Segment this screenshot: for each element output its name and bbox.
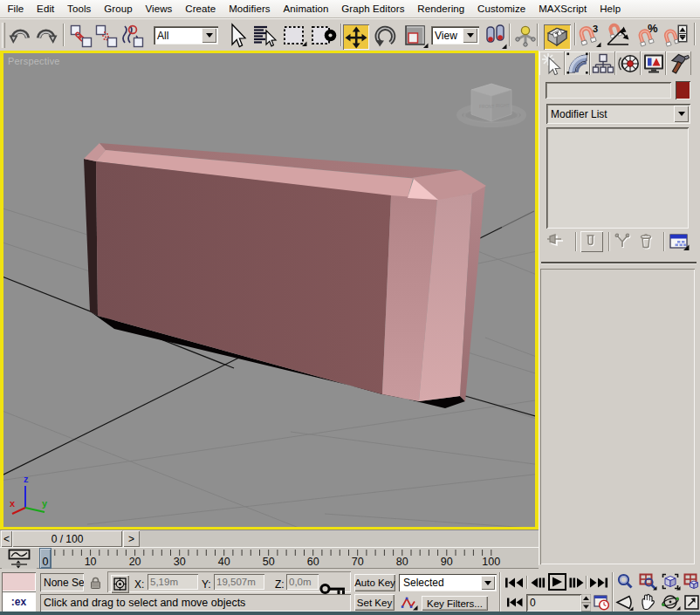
svg-text:3: 3: [593, 24, 598, 34]
tab-display[interactable]: [641, 51, 666, 75]
tab-utilities[interactable]: [666, 51, 691, 75]
menu-item[interactable]: Modifiers: [223, 1, 277, 17]
time-spinner[interactable]: [581, 594, 591, 612]
select-and-manipulate-button[interactable]: [515, 23, 536, 49]
y-coordinate-field[interactable]: 19,507m: [214, 574, 264, 590]
menu-item[interactable]: Animation: [277, 1, 335, 17]
viewport-perspective[interactable]: FRONT RIGHT z: [3, 53, 535, 527]
go-to-end-button[interactable]: [588, 575, 608, 590]
menu-item[interactable]: Rendering: [411, 1, 471, 17]
window-crossing-button[interactable]: [310, 24, 338, 48]
select-and-move-button[interactable]: [343, 24, 369, 50]
macro-recorder-pane[interactable]: [2, 572, 36, 591]
play-animation-button[interactable]: [548, 573, 566, 591]
current-time-field[interactable]: 0: [526, 594, 581, 612]
snaps-toggle-button[interactable]: 3: [575, 23, 601, 48]
menu-item[interactable]: Group: [98, 1, 139, 17]
selection-lock-toggle[interactable]: [89, 577, 102, 592]
key-filters-button[interactable]: Key Filters...: [422, 596, 488, 611]
menu-item[interactable]: MAXScript: [532, 1, 594, 17]
next-frame-button[interactable]: [568, 575, 585, 590]
time-configuration-button[interactable]: [594, 594, 610, 611]
selection-filter-arrow[interactable]: [202, 28, 216, 43]
menu-item[interactable]: Views: [139, 1, 179, 17]
select-and-link-button[interactable]: [68, 24, 93, 48]
rectangular-selection-region-button[interactable]: [281, 24, 307, 48]
time-slider-handle[interactable]: 0 / 100: [12, 530, 122, 547]
modifier-list-dropdown[interactable]: Modifier List: [546, 104, 690, 124]
make-unique-button[interactable]: [614, 232, 635, 251]
auto-key-button[interactable]: Auto Key: [354, 574, 395, 591]
field-of-view-button[interactable]: [615, 593, 634, 611]
selection-filter-dropdown[interactable]: All: [154, 26, 218, 44]
menu-item[interactable]: Create: [179, 1, 223, 17]
absolute-offset-mode-button[interactable]: [111, 575, 129, 593]
tab-create[interactable]: [539, 51, 565, 75]
track-bar-tick-label: 100: [482, 556, 500, 568]
bind-to-space-warp-button[interactable]: [120, 24, 144, 48]
arc-rotate-button[interactable]: [661, 593, 681, 611]
zoom-button[interactable]: [615, 573, 634, 591]
menu-item[interactable]: Help: [594, 1, 628, 17]
spinner-snap-toggle-button[interactable]: [662, 23, 689, 48]
undo-button[interactable]: [9, 24, 31, 46]
z-coordinate-field[interactable]: 0,0m: [286, 574, 319, 590]
create-tab-icon: [541, 52, 564, 75]
time-slider-track[interactable]: < 0 / 100 >: [0, 530, 539, 548]
reference-coordinate-system-dropdown[interactable]: View: [431, 26, 479, 44]
key-mode-toggle-button[interactable]: [504, 595, 524, 609]
keyboard-shortcut-override-button[interactable]: [544, 24, 571, 50]
pan-view-button[interactable]: [638, 593, 657, 611]
next-frame-icon: [569, 577, 584, 588]
menu-item[interactable]: Tools: [61, 1, 98, 17]
redo-button[interactable]: [35, 24, 58, 46]
menu-item[interactable]: File: [1, 1, 31, 17]
zoom-extents-all-button[interactable]: [683, 573, 700, 591]
reference-coordinate-system-arrow[interactable]: [463, 28, 477, 43]
current-frame-marker[interactable]: 0: [40, 549, 51, 568]
tab-hierarchy[interactable]: [590, 51, 615, 75]
configure-modifier-sets-button[interactable]: [668, 232, 690, 251]
time-slider-next-button[interactable]: >: [123, 530, 140, 547]
remove-modifier-button[interactable]: [636, 232, 657, 251]
play-icon: [552, 577, 563, 587]
object-name-field[interactable]: [546, 82, 671, 99]
angle-snap-toggle-button[interactable]: [605, 23, 631, 48]
key-mode-arrow[interactable]: [481, 576, 495, 590]
tab-modify[interactable]: [565, 51, 590, 75]
select-object-button[interactable]: [223, 23, 248, 49]
set-key-button[interactable]: Set Key: [354, 594, 395, 611]
utilities-tab-icon: [668, 52, 690, 75]
use-pivot-point-center-button[interactable]: [484, 24, 507, 50]
percent-snap-toggle-button[interactable]: %: [635, 23, 660, 48]
modifier-stack-list[interactable]: [546, 127, 689, 229]
toolbar-grip[interactable]: [2, 23, 5, 48]
show-end-result-button[interactable]: [580, 231, 603, 252]
time-slider-prev-button[interactable]: <: [1, 530, 12, 547]
object-color-swatch[interactable]: [676, 81, 690, 99]
zoom-extents-button[interactable]: [661, 573, 681, 591]
zoom-all-button[interactable]: [638, 573, 657, 591]
modifier-list-arrow[interactable]: [674, 106, 689, 122]
menu-item[interactable]: Graph Editors: [335, 1, 411, 17]
select-and-rotate-button[interactable]: [373, 24, 399, 49]
x-coordinate-label: X:: [134, 578, 144, 591]
go-to-start-button[interactable]: [504, 575, 525, 590]
min-max-toggle-button[interactable]: [683, 593, 700, 611]
menu-item[interactable]: Edit: [31, 1, 61, 17]
open-mini-curve-editor-button[interactable]: [2, 549, 37, 569]
track-bar[interactable]: 102030405060708090100 0: [0, 548, 539, 569]
viewport-label[interactable]: Perspective: [8, 56, 60, 66]
tab-motion[interactable]: [615, 51, 641, 75]
select-by-name-button[interactable]: [251, 24, 278, 48]
x-coordinate-field[interactable]: 5,19m: [148, 574, 198, 590]
menu-item[interactable]: Customize: [471, 1, 532, 17]
default-tangent-button[interactable]: [400, 594, 418, 611]
previous-frame-button[interactable]: [530, 575, 546, 590]
key-mode-dropdown[interactable]: Selected: [399, 574, 497, 591]
maxscript-mini-listener[interactable]: :ex: [2, 591, 36, 612]
pin-stack-button[interactable]: [547, 232, 566, 251]
select-and-scale-button[interactable]: [402, 24, 429, 49]
unlink-selection-button[interactable]: [93, 24, 118, 48]
command-panel: Modifier List: [539, 51, 700, 565]
